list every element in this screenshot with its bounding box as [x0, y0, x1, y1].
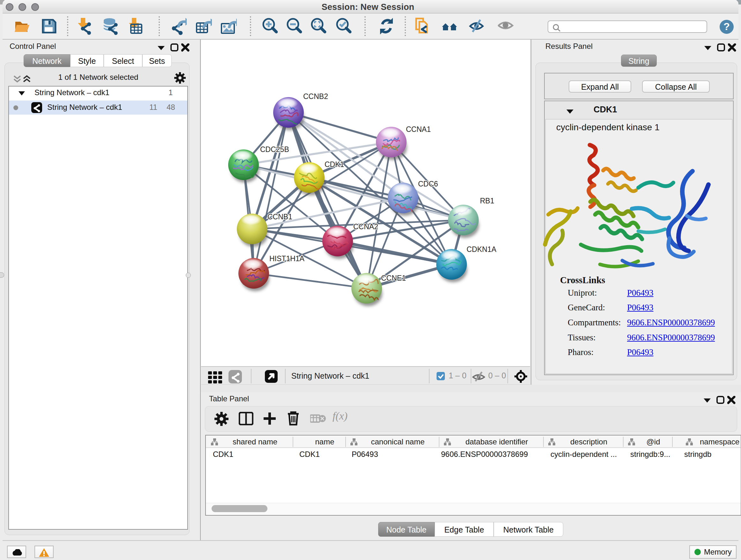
svg-text:?: ? [724, 21, 730, 32]
svg-text:RB1: RB1 [480, 197, 494, 205]
svg-text:CDC6: CDC6 [418, 180, 438, 188]
svg-text:CCNB1: CCNB1 [267, 212, 292, 221]
svg-text:CCNA1: CCNA1 [406, 125, 431, 133]
svg-text:CDC25B: CDC25B [260, 145, 289, 153]
svg-text:HIST1H1A: HIST1H1A [269, 254, 305, 263]
svg-text:CCNB2: CCNB2 [303, 92, 328, 101]
svg-text:CCNE1: CCNE1 [381, 274, 406, 282]
svg-text:CDKN1A: CDKN1A [467, 245, 496, 253]
svg-text:CDK1: CDK1 [325, 160, 344, 169]
svg-text:CCNA2: CCNA2 [353, 223, 378, 231]
